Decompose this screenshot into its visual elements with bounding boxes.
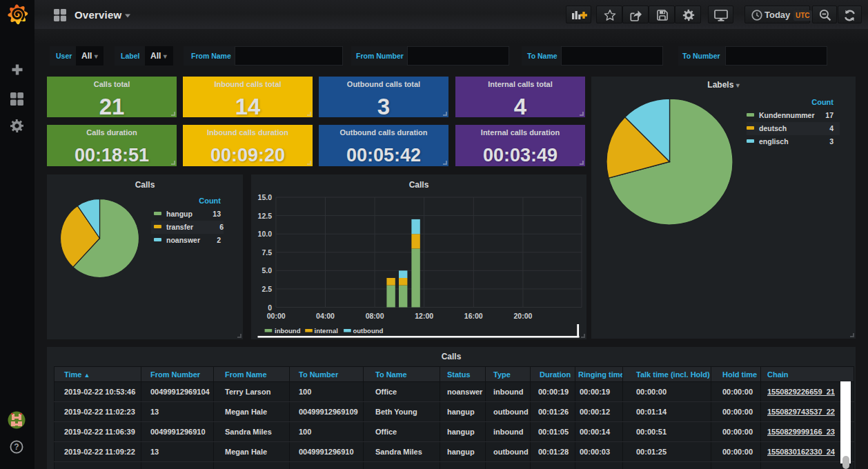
svg-text:0: 0	[268, 303, 272, 312]
svg-text:15.0: 15.0	[258, 193, 273, 201]
svg-text:5.0: 5.0	[262, 266, 272, 275]
svg-text:?: ?	[14, 442, 19, 452]
svg-text:20:00: 20:00	[513, 312, 532, 320]
svg-text:inbound: inbound	[275, 327, 301, 335]
svg-text:08:00: 08:00	[366, 312, 384, 320]
svg-text:7.5: 7.5	[262, 248, 272, 257]
svg-text:internal: internal	[315, 327, 338, 335]
svg-text:12.5: 12.5	[258, 212, 273, 220]
svg-text:outbound: outbound	[353, 327, 384, 335]
svg-text:04:00: 04:00	[316, 312, 335, 320]
svg-text:16:00: 16:00	[464, 312, 483, 320]
svg-text:10.0: 10.0	[258, 230, 273, 238]
svg-text:12:00: 12:00	[415, 312, 433, 320]
svg-text:2.5: 2.5	[262, 285, 272, 293]
svg-text:00:00: 00:00	[267, 312, 286, 320]
